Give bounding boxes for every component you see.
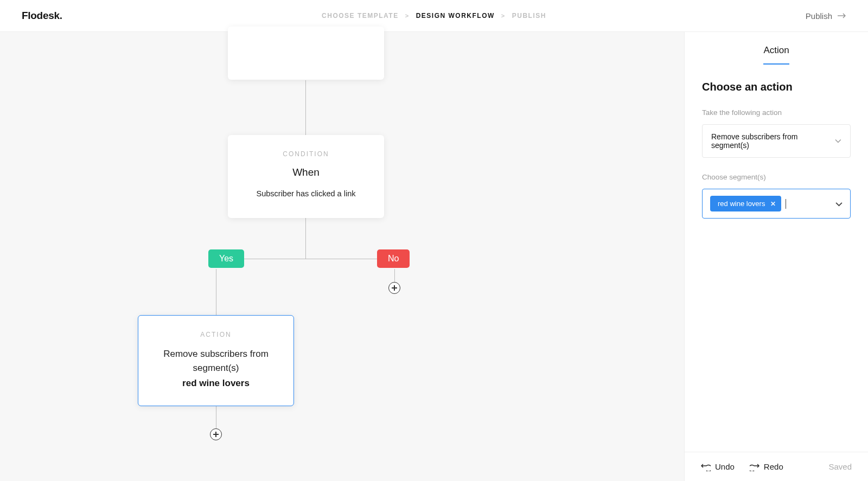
node-segment-value: red wine lovers: [149, 378, 283, 389]
chevron-down-icon[interactable]: [835, 199, 843, 209]
chevron-down-icon: [835, 139, 841, 143]
undo-icon: [701, 463, 711, 471]
breadcrumb-step-design-workflow[interactable]: Design Workflow: [416, 12, 495, 20]
app-header: Flodesk. Choose Template > Design Workfl…: [0, 0, 868, 32]
node-description: Subscriber has clicked a link: [239, 189, 373, 198]
workflow-node-action[interactable]: Action Remove subscribers from segment(s…: [138, 315, 294, 406]
publish-label: Publish: [806, 11, 832, 21]
workflow-node-previous[interactable]: [228, 27, 384, 80]
breadcrumb: Choose Template > Design Workflow > Publ…: [322, 12, 546, 20]
chevron-right-icon: >: [501, 12, 506, 19]
node-type-label: Action: [149, 331, 283, 338]
add-step-button[interactable]: [210, 428, 222, 440]
chevron-right-icon: >: [405, 12, 410, 19]
arrow-right-icon: [838, 13, 846, 18]
breadcrumb-step-choose-template[interactable]: Choose Template: [322, 12, 399, 20]
connector: [227, 259, 377, 259]
text-cursor: [786, 199, 786, 209]
sidebar-tab[interactable]: Action: [685, 32, 868, 65]
action-select[interactable]: Remove subscribers from segment(s): [702, 124, 851, 158]
segment-tag: red wine lovers ✕: [710, 196, 781, 211]
sidebar-heading: Choose an action: [702, 81, 851, 93]
redo-button[interactable]: Redo: [750, 462, 783, 471]
logo: Flodesk.: [22, 10, 62, 22]
node-description: Remove subscribers from segment(s): [149, 347, 283, 375]
node-type-label: Condition: [239, 150, 373, 158]
connector: [216, 406, 216, 428]
sidebar-tab-label: Action: [763, 45, 789, 65]
undo-label: Undo: [715, 462, 735, 471]
breadcrumb-step-publish[interactable]: Publish: [512, 12, 546, 20]
action-sidebar: Action Choose an action Take the followi…: [684, 32, 868, 481]
segments-input[interactable]: red wine lovers ✕: [702, 189, 851, 219]
redo-label: Redo: [764, 462, 783, 471]
publish-button[interactable]: Publish: [806, 11, 846, 21]
connector: [305, 80, 306, 135]
segments-field-label: Choose segment(s): [702, 173, 851, 181]
branch-yes[interactable]: Yes: [208, 249, 244, 268]
sidebar-footer: Undo Redo Saved: [685, 452, 868, 481]
redo-icon: [750, 463, 760, 471]
action-field-label: Take the following action: [702, 108, 851, 117]
action-select-value: Remove subscribers from segment(s): [711, 132, 835, 150]
node-title: When: [239, 166, 373, 178]
connector: [216, 269, 216, 315]
workflow-node-condition[interactable]: Condition When Subscriber has clicked a …: [228, 135, 384, 218]
branch-no[interactable]: No: [377, 249, 410, 268]
segment-tag-label: red wine lovers: [718, 200, 765, 208]
connector: [394, 269, 395, 282]
save-status: Saved: [828, 462, 852, 471]
workflow-canvas[interactable]: Condition When Subscriber has clicked a …: [0, 32, 684, 481]
undo-button[interactable]: Undo: [701, 462, 735, 471]
add-step-button[interactable]: [388, 282, 400, 294]
connector: [305, 218, 306, 259]
remove-tag-icon[interactable]: ✕: [770, 200, 776, 208]
